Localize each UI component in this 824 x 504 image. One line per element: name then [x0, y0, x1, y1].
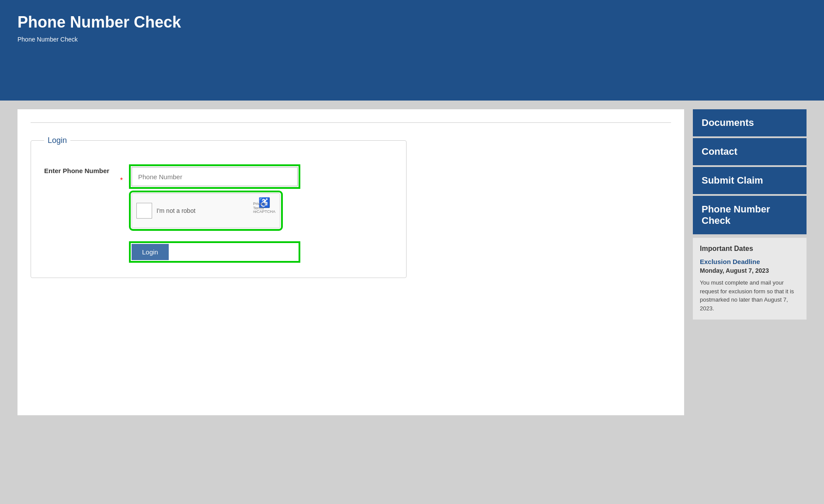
phone-label: Enter Phone Number [44, 163, 109, 174]
login-button[interactable]: Login [132, 244, 169, 260]
main-wrapper: Login Enter Phone Number * I'm not a rob… [0, 101, 824, 424]
page-subtitle: Phone Number Check [17, 36, 807, 43]
sidebar: Documents Contact Submit Claim Phone Num… [693, 109, 807, 415]
form-row: Enter Phone Number * I'm not a robot ♿ [44, 167, 393, 260]
important-dates-box: Important Dates Exclusion Deadline Monda… [693, 238, 807, 320]
phone-input-highlight [132, 167, 298, 186]
content-area: Login Enter Phone Number * I'm not a rob… [17, 109, 684, 415]
recaptcha-label: I'm not a robot [156, 207, 195, 214]
recaptcha-checkbox[interactable] [136, 203, 152, 219]
recaptcha-links: Privacy - Terms [253, 202, 271, 210]
important-dates-title: Important Dates [700, 245, 800, 253]
contact-button[interactable]: Contact [693, 138, 807, 165]
phone-number-check-button[interactable]: Phone Number Check [693, 196, 807, 234]
submit-claim-button[interactable]: Submit Claim [693, 167, 807, 194]
page-header: Phone Number Check Phone Number Check [0, 0, 824, 101]
recaptcha-logo: ♿ reCAPTCHA Privacy - Terms [253, 197, 275, 214]
page-title: Phone Number Check [17, 13, 807, 31]
login-button-highlight: Login [132, 244, 298, 260]
input-group: I'm not a robot ♿ reCAPTCHA Privacy - Te… [132, 167, 298, 260]
top-divider [31, 122, 671, 123]
label-group: Enter Phone Number * [44, 167, 123, 184]
login-fieldset: Login Enter Phone Number * I'm not a rob… [31, 136, 407, 278]
exclusion-deadline-text: You must complete and mail your request … [700, 278, 800, 313]
exclusion-deadline-date: Monday, August 7, 2023 [700, 267, 800, 274]
recaptcha-widget[interactable]: I'm not a robot ♿ reCAPTCHA Privacy - Te… [132, 193, 280, 228]
exclusion-deadline-label: Exclusion Deadline [700, 258, 800, 265]
required-indicator: * [44, 177, 123, 184]
documents-button[interactable]: Documents [693, 109, 807, 136]
login-legend: Login [44, 136, 70, 145]
phone-input[interactable] [132, 167, 298, 186]
